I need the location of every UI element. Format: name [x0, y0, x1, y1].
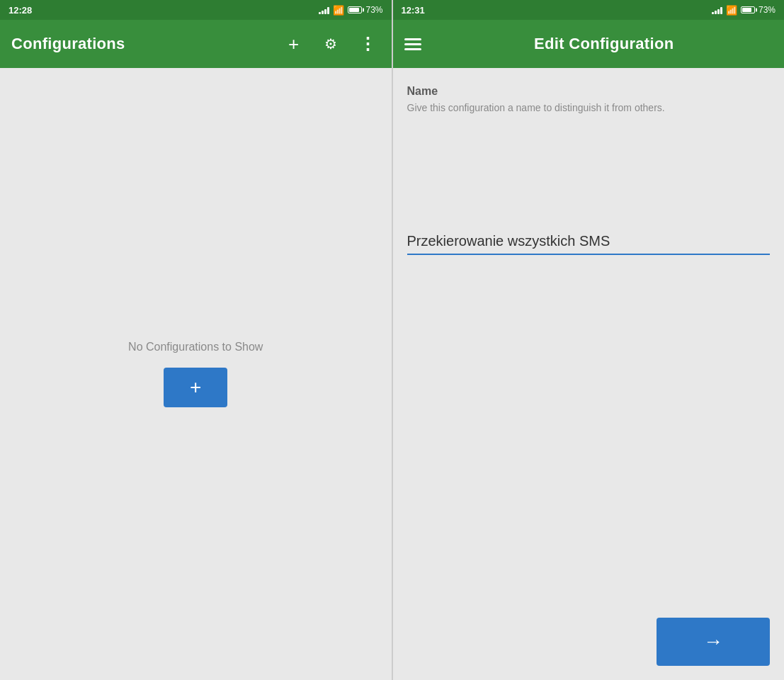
app-bar-right: Edit Configuration: [393, 20, 785, 68]
edit-config-content: Name Give this configuration a name to d…: [393, 68, 785, 680]
time-left: 12:28: [8, 5, 32, 16]
status-icons-right: 📶 73%: [712, 5, 776, 16]
status-bar-right: 12:31 📶 73%: [393, 0, 785, 20]
status-icons-left: 📶 73%: [319, 5, 382, 16]
right-phone: 12:31 📶 73% Edit Configuration Name: [393, 0, 785, 680]
wifi-icon: 📶: [333, 5, 344, 16]
name-input[interactable]: [407, 229, 771, 255]
status-bar-left: 12:28 📶 73%: [0, 0, 392, 20]
more-icon-left[interactable]: ⋮: [355, 31, 380, 57]
add-icon-left[interactable]: +: [281, 31, 307, 57]
add-config-button[interactable]: +: [164, 368, 227, 407]
field-label: Name: [407, 85, 771, 98]
wifi-icon-right: 📶: [726, 5, 737, 16]
hamburger-menu-icon[interactable]: [404, 38, 421, 50]
battery-icon-right: [741, 6, 755, 13]
empty-content: No Configurations to Show +: [0, 68, 392, 680]
battery-percent-left: 73%: [365, 5, 382, 15]
gear-icon-left[interactable]: ⚙: [318, 31, 343, 57]
left-phone: 12:28 📶 73% Configurations + ⚙ ⋮ No Conf…: [0, 0, 393, 680]
battery-icon: [348, 6, 362, 13]
name-input-wrapper: [393, 115, 785, 255]
time-right: 12:31: [402, 5, 425, 16]
field-description: Give this configuration a name to distin…: [407, 101, 771, 115]
signal-icon: [319, 6, 329, 14]
app-title-left: Configurations: [11, 35, 270, 53]
app-title-right: Edit Configuration: [436, 35, 773, 53]
bottom-btn-area: →: [642, 604, 784, 680]
name-field-section: Name Give this configuration a name to d…: [393, 68, 785, 115]
battery-percent-right: 73%: [759, 5, 776, 15]
signal-icon-right: [712, 6, 722, 14]
app-bar-left: Configurations + ⚙ ⋮: [0, 20, 392, 68]
next-button[interactable]: →: [657, 618, 770, 666]
empty-text: No Configurations to Show: [128, 341, 263, 353]
